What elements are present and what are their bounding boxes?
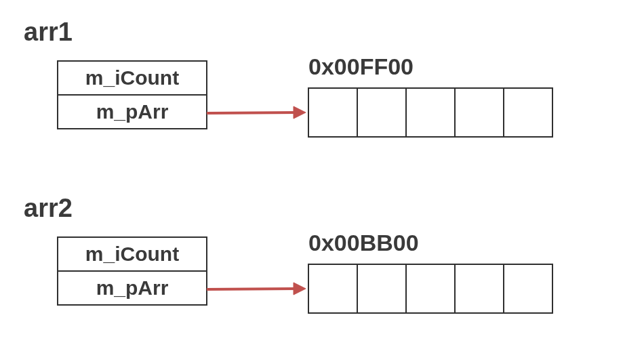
- array-cell: [455, 88, 504, 137]
- array-cell: [357, 264, 406, 313]
- array-cell: [406, 88, 455, 137]
- array-cell: [504, 88, 552, 137]
- object-title: arr2: [24, 194, 73, 222]
- pointer-arrow: [207, 112, 298, 113]
- object-title: arr1: [24, 18, 73, 46]
- memory-address-label: 0x00BB00: [308, 230, 419, 255]
- pointer-arrow-head: [294, 106, 306, 119]
- struct-field-label: m_iCount: [85, 243, 179, 265]
- struct-field-label: m_pArr: [96, 100, 169, 123]
- array-cell: [308, 264, 357, 313]
- struct-field-label: m_pArr: [96, 276, 169, 299]
- array-cell: [357, 88, 406, 137]
- array-cell: [455, 264, 504, 313]
- struct-field-label: m_iCount: [85, 66, 179, 89]
- array-cell: [406, 264, 455, 313]
- array-cell: [308, 88, 357, 137]
- pointer-arrow: [207, 289, 298, 289]
- pointer-arrow-head: [294, 283, 306, 295]
- array-cell: [504, 264, 552, 313]
- memory-address-label: 0x00FF00: [308, 54, 414, 79]
